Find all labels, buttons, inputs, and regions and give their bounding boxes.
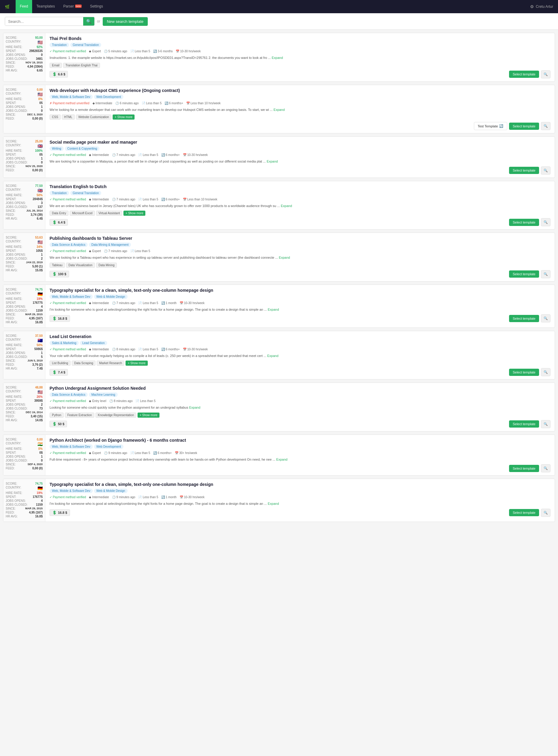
job-posted: 🕐 7 minutes ago (112, 198, 135, 201)
select-template-button[interactable]: Select template (509, 167, 539, 174)
select-template-button[interactable]: Select template (509, 369, 539, 376)
gear-icon: ⚙ (530, 4, 534, 9)
category-tag: Web, Mobile & Software Dev (50, 95, 93, 99)
job-level: ◆ Intermediate (89, 495, 109, 499)
job-footer: 💲 100 $ Select template🔍 (50, 270, 551, 278)
price-badge: 💲 6.4 $ (50, 219, 68, 226)
job-duration: 🔄 3-6 months (153, 50, 173, 53)
job-stats: SCORE:0,00COUNTRY:🇺🇸HIRE RATE:0%SPENT:05… (3, 85, 45, 133)
job-level: ◆ Intermediate (89, 153, 109, 156)
job-description: I'm looking for someone who is good at s… (50, 501, 551, 506)
nav-tab-feed[interactable]: Feed (16, 0, 32, 13)
job-categories: Web, Mobile & Software DevWeb & Mobile D… (50, 294, 551, 299)
skill-tag: Data Scraping (72, 361, 96, 366)
search-icon-button[interactable]: 🔍 (541, 464, 551, 472)
skill-tag: Data Mining (96, 263, 117, 268)
show-more-button[interactable]: + Show more (137, 413, 159, 418)
job-title: Social media page post maker and manager (50, 140, 551, 145)
job-actions: Select template🔍 (509, 218, 551, 226)
select-template-button[interactable]: Select template (509, 71, 539, 78)
search-button[interactable]: 🔍 (83, 17, 94, 26)
job-price: 💲 16.8 $ (50, 315, 70, 322)
new-search-template-button[interactable]: New search template (103, 17, 148, 26)
user-name: Cretu Artur (536, 4, 553, 9)
beta-badge: beta (75, 4, 82, 8)
job-meta: ✓ Payment method verified◆ Expert🕐 5 min… (50, 50, 551, 53)
job-body: Python Architect (worked on Django frame… (45, 435, 555, 475)
expand-link[interactable]: Expand (279, 256, 290, 259)
job-meta: ✓ Payment method verified◆ Expert🕐 9 min… (50, 451, 551, 455)
job-duration: 🔄 6 months+ (161, 348, 180, 351)
job-title: Publishing dashboards to Tableau Server (50, 236, 551, 241)
expand-link[interactable]: Expand (189, 406, 200, 409)
show-more-button[interactable]: + Show more (123, 211, 145, 216)
skill-tag: Virtual Assistant (96, 211, 122, 216)
job-price: 💲 6.6 $ (50, 71, 68, 77)
search-icon-button[interactable]: 🔍 (541, 368, 551, 376)
select-template-button[interactable]: Select template (509, 509, 539, 516)
job-proposals: 📄 Less than 5 (138, 301, 158, 305)
select-template-button[interactable]: Select template (509, 465, 539, 472)
search-icon-button[interactable]: 🔍 (541, 509, 551, 517)
price-icon: 💲 (52, 272, 57, 276)
job-posted: 🕐 5 minutes ago (104, 50, 127, 53)
select-template-button[interactable]: Select template (509, 420, 539, 428)
category-tag: Web, Mobile & Software Dev (50, 489, 93, 493)
job-card: SCORE:25,00COUNTRY:🇬🇧HIRE RATE:100%SPENT… (3, 137, 555, 178)
skill-tag: Python (50, 413, 64, 418)
show-more-button[interactable]: + Show more (126, 361, 148, 366)
job-skills: PythonFeature ExtractionKnowledge Repres… (50, 413, 551, 418)
expand-link[interactable]: Expand (272, 56, 283, 59)
job-description: We're looking for a remote developer tha… (50, 107, 551, 113)
job-proposals: 📄 Less than 5 (142, 102, 161, 105)
category-tag: Web Development (94, 95, 123, 99)
search-icon-button[interactable]: 🔍 (541, 270, 551, 278)
job-footer: 💲 50 $ Select template🔍 (50, 420, 551, 428)
search-icon-button[interactable]: 🔍 (541, 122, 551, 130)
nav-tab-teamplates[interactable]: Teamplates (32, 0, 59, 13)
search-icon-button[interactable]: 🔍 (541, 218, 551, 226)
job-footer: 💲 16.8 $ Select template🔍 (50, 314, 551, 322)
price-badge: 💲 16.8 $ (50, 315, 70, 322)
select-template-button[interactable]: Select template (509, 315, 539, 322)
job-footer: 💲 16.8 $ Select template🔍 (50, 509, 551, 517)
job-description: We are looking for a copywriter in Malay… (50, 159, 551, 164)
nav-tab-settings[interactable]: Settings (86, 0, 107, 13)
expand-link[interactable]: Expand (268, 502, 279, 505)
expand-link[interactable]: Expand (276, 458, 287, 461)
job-description: Your role with AirRobe will involve regu… (50, 353, 551, 359)
search-icon-button[interactable]: 🔍 (541, 314, 551, 322)
category-tag: Machine Learning (89, 392, 118, 397)
skill-tag: Website Customization (76, 115, 111, 120)
expand-link[interactable]: Expand (267, 160, 278, 163)
job-duration: 🔄 6 months+ (164, 102, 183, 105)
job-actions: Select template🔍 (509, 70, 551, 78)
show-more-button[interactable]: + Show more (112, 115, 134, 120)
price-badge: 💲 16.8 $ (50, 509, 70, 516)
job-level: ◆ Intermediate (93, 102, 112, 105)
select-template-button[interactable]: Select template (509, 123, 539, 130)
job-price: 💲 6.4 $ (50, 219, 68, 226)
search-input[interactable] (5, 18, 83, 26)
search-input-wrap: 🔍 (5, 17, 95, 26)
job-title: Python Undergrad Assignment Solution Nee… (50, 386, 551, 391)
test-template-button[interactable]: Test Template 🔄 (474, 122, 508, 130)
expand-link[interactable]: Expand (268, 308, 279, 311)
expand-link[interactable]: Expand (267, 354, 278, 358)
expand-link[interactable]: Expand (281, 204, 292, 208)
nav-tab-parser[interactable]: Parser beta (59, 0, 86, 13)
skill-tag: Microsoft Excel (70, 211, 95, 216)
search-icon-button[interactable]: 🔍 (541, 70, 551, 78)
expand-link[interactable]: Expand (274, 108, 285, 112)
job-meta: ✓ Payment method verified◆ Intermediate🕐… (50, 153, 551, 156)
job-hours: 📅 10-30 hrs/week (180, 301, 204, 305)
search-icon-button[interactable]: 🔍 (541, 420, 551, 428)
job-title: Typography specialist for a clean, simpl… (50, 482, 551, 487)
job-skills: List BuildingData ScrapingMarket Researc… (50, 361, 551, 366)
search-icon-button[interactable]: 🔍 (541, 167, 551, 175)
select-template-button[interactable]: Select template (509, 219, 539, 226)
job-body: Typography specialist for a clean, simpl… (45, 285, 555, 327)
select-template-button[interactable]: Select template (509, 270, 539, 278)
job-posted: 🕐 7 minutes ago (104, 249, 127, 253)
job-stats: SCORE:37,50COUNTRY:🇦🇺HIRE RATE:50%SPENT:… (3, 331, 45, 380)
